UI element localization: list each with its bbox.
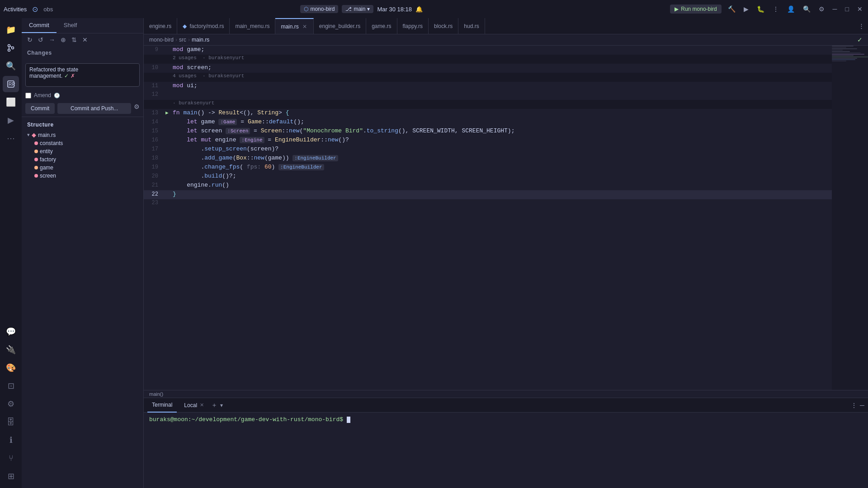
cross-icon: ✗: [71, 73, 75, 79]
gutter-check-icon: ✓: [857, 36, 863, 43]
refresh-icon[interactable]: ↻: [25, 35, 34, 44]
add-terminal-button[interactable]: ＋: [211, 401, 217, 409]
terminal-tab-local[interactable]: Local ✕: [179, 398, 208, 413]
tree-item-constants[interactable]: constants: [22, 139, 143, 147]
search-icon[interactable]: 🔍: [801, 5, 812, 14]
branch-selector[interactable]: ⎇ main ▾: [342, 5, 373, 13]
sidebar-item-vcs2[interactable]: ⑂: [3, 450, 19, 466]
bc-project[interactable]: mono-bird: [149, 37, 174, 43]
run2-icon[interactable]: ▶: [742, 5, 750, 14]
tree-game-label: game: [40, 164, 53, 171]
debug-icon[interactable]: 🐛: [755, 5, 766, 14]
bc-file[interactable]: main.rs: [192, 37, 209, 43]
tab-main-menu-rs[interactable]: main_menu.rs: [230, 18, 275, 34]
sidebar-item-find[interactable]: 🔍: [3, 58, 19, 74]
editor-body: 9 mod game; 2 usages · buraksenyurt 10 m…: [144, 46, 868, 488]
minimap-line: [832, 50, 843, 51]
activities-button[interactable]: Activities: [4, 6, 27, 13]
sidebar-item-grid[interactable]: ⊞: [3, 468, 19, 484]
project-selector[interactable]: ⬡ mono-bird: [300, 5, 338, 13]
bell-icon[interactable]: 🔔: [415, 6, 423, 13]
tab-factory-mod-rs[interactable]: ◆ factory/mod.rs: [177, 18, 230, 34]
terminal-minimize-icon[interactable]: ─: [860, 402, 864, 409]
tab-commit[interactable]: Commit: [22, 18, 57, 33]
run-button[interactable]: ▶ Run mono-bird: [670, 5, 721, 14]
datetime: Mar 30 18:18: [377, 6, 412, 13]
sidebar-item-info[interactable]: ℹ: [3, 432, 19, 448]
code-area[interactable]: 9 mod game; 2 usages · buraksenyurt 10 m…: [144, 46, 832, 390]
more-icon[interactable]: ⋮: [771, 5, 781, 14]
tab-flappy-rs[interactable]: flappy.rs: [397, 18, 429, 34]
tab-shelf[interactable]: Shelf: [57, 18, 85, 33]
commit-message-area: Refactored the state management. ✓ ✗: [22, 60, 143, 90]
svg-line-4: [10, 46, 12, 48]
sidebar-item-terminal2[interactable]: ⊡: [3, 378, 19, 394]
tree-item-entity[interactable]: entity: [22, 147, 143, 155]
sidebar-item-settings2[interactable]: ⚙: [3, 396, 19, 412]
terminal-tab-terminal[interactable]: Terminal: [147, 398, 177, 413]
minimap-line: [832, 58, 857, 59]
tree-item-screen[interactable]: screen: [22, 172, 143, 180]
topbar-left: Activities ⊙ obs: [4, 5, 53, 14]
minimize-icon[interactable]: ─: [831, 5, 839, 14]
run-icon: ▶: [675, 6, 679, 12]
tree-item-factory[interactable]: factory: [22, 155, 143, 164]
terminal-dropdown-icon[interactable]: ▾: [220, 402, 223, 408]
tree-root[interactable]: ▾ ◆ main.rs: [22, 131, 143, 139]
terminal-more-icon[interactable]: ⋮: [851, 402, 857, 409]
sidebar-item-extensions[interactable]: ⬜: [3, 94, 19, 110]
commit-msg-line1: Refactored the state: [29, 66, 136, 73]
build-icon[interactable]: 🔨: [726, 5, 737, 14]
svg-point-0: [8, 45, 10, 47]
rollback-icon[interactable]: ↺: [36, 35, 45, 44]
code-line-16: 16 let mut engine :Engine = EngineBuilde…: [144, 136, 832, 145]
sidebar-item-run[interactable]: ▶: [3, 112, 19, 128]
sidebar-item-discord[interactable]: 💬: [3, 324, 19, 340]
local-close-icon[interactable]: ✕: [200, 402, 204, 408]
terminal-content[interactable]: buraks@moon:~/development/game-dev-with-…: [144, 413, 868, 488]
commit-push-button[interactable]: Commit and Push...: [57, 103, 131, 114]
tab-main-rs[interactable]: main.rs ✕: [275, 18, 313, 34]
settings-icon[interactable]: ⚙: [817, 5, 826, 14]
sidebar-item-vcs[interactable]: [3, 40, 19, 56]
tree-constants-label: constants: [40, 140, 63, 146]
tab-block-rs[interactable]: block.rs: [429, 18, 458, 34]
dot-entity: [34, 150, 38, 153]
close-icon[interactable]: ✕: [855, 5, 864, 14]
activity-bottom: 💬 🔌 🎨 ⊡ ⚙ 🗄 ℹ ⑂ ⊞: [3, 324, 19, 488]
close2-icon[interactable]: ✕: [80, 35, 90, 44]
diff-icon[interactable]: ⊕: [59, 35, 68, 44]
user-icon[interactable]: 👤: [785, 5, 797, 14]
commit-button[interactable]: Commit: [25, 103, 55, 114]
tab-engine-rs[interactable]: engine.rs: [144, 18, 177, 34]
minimap-line: [832, 54, 864, 55]
commit-settings-icon[interactable]: ⚙: [134, 103, 140, 114]
amend-checkbox[interactable]: [25, 93, 31, 99]
forward-icon[interactable]: →: [47, 35, 57, 44]
sidebar-item-git[interactable]: RR: [3, 76, 19, 92]
sidebar-item-more[interactable]: ⋯: [3, 130, 19, 146]
function-label: main(): [149, 391, 163, 397]
tab-hud-rs[interactable]: hud.rs: [458, 18, 485, 34]
tab-close-main[interactable]: ✕: [302, 23, 308, 30]
obs-icon: ⊙: [32, 5, 38, 14]
minimap: [832, 46, 868, 390]
expand-icon[interactable]: ⇅: [70, 35, 79, 44]
sidebar-item-appearance[interactable]: 🎨: [3, 360, 19, 376]
tree-entity-label: entity: [40, 148, 53, 155]
tab-engine-builder[interactable]: engine_builder.rs: [314, 18, 366, 34]
bc-src[interactable]: src: [179, 37, 186, 43]
changes-section: Changes: [22, 46, 143, 60]
sidebar-item-plugins[interactable]: 🔌: [3, 342, 19, 358]
clock-icon: 🕐: [54, 93, 60, 99]
minimap-line: [832, 52, 861, 53]
sidebar-item-folder[interactable]: 📁: [3, 22, 19, 38]
maximize-icon[interactable]: □: [844, 5, 851, 14]
tab-icon-factory: ◆: [183, 23, 187, 29]
tab-game-rs[interactable]: game.rs: [366, 18, 397, 34]
tree-item-game[interactable]: game: [22, 164, 143, 172]
tabs-more-button[interactable]: ⋮: [855, 23, 868, 29]
sidebar-item-db[interactable]: 🗄: [3, 414, 19, 430]
topbar-center: ⬡ mono-bird ⎇ main ▾ Mar 30 18:18 🔔: [300, 5, 423, 13]
bc-sep2: ›: [188, 37, 190, 43]
